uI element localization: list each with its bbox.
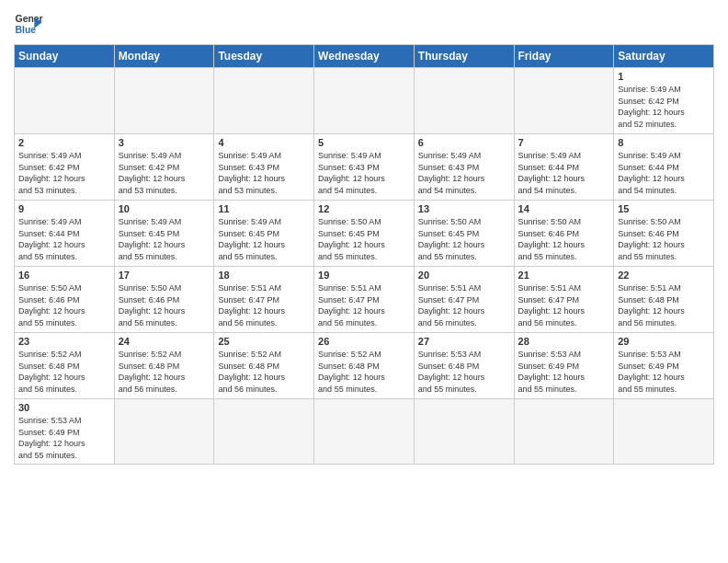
day-number: 20: [418, 270, 510, 281]
day-number: 18: [218, 270, 310, 281]
calendar-day-cell: [214, 399, 314, 465]
calendar-day-cell: 2Sunrise: 5:49 AM Sunset: 6:42 PM Daylig…: [15, 134, 115, 201]
calendar-day-cell: 3Sunrise: 5:49 AM Sunset: 6:42 PM Daylig…: [114, 134, 214, 201]
day-info: Sunrise: 5:50 AM Sunset: 6:46 PM Dayligh…: [618, 216, 710, 262]
weekday-header-friday: Friday: [514, 45, 614, 68]
calendar-day-cell: 11Sunrise: 5:49 AM Sunset: 6:45 PM Dayli…: [214, 201, 314, 267]
day-number: 19: [318, 270, 410, 281]
day-number: 10: [119, 203, 210, 214]
day-number: 11: [218, 203, 310, 214]
day-info: Sunrise: 5:49 AM Sunset: 6:43 PM Dayligh…: [418, 150, 510, 196]
calendar-day-cell: 22Sunrise: 5:51 AM Sunset: 6:48 PM Dayli…: [614, 267, 714, 333]
weekday-header-saturday: Saturday: [614, 45, 714, 68]
calendar-day-cell: 8Sunrise: 5:49 AM Sunset: 6:44 PM Daylig…: [614, 134, 714, 201]
calendar-day-cell: [214, 68, 314, 134]
calendar-day-cell: 24Sunrise: 5:52 AM Sunset: 6:48 PM Dayli…: [114, 333, 214, 399]
weekday-header-tuesday: Tuesday: [214, 45, 314, 68]
calendar-day-cell: [15, 68, 115, 134]
day-number: 16: [18, 270, 110, 281]
day-number: 22: [618, 270, 710, 281]
day-number: 26: [318, 336, 410, 347]
day-info: Sunrise: 5:51 AM Sunset: 6:47 PM Dayligh…: [318, 282, 410, 328]
day-info: Sunrise: 5:50 AM Sunset: 6:45 PM Dayligh…: [318, 216, 410, 262]
calendar-day-cell: 7Sunrise: 5:49 AM Sunset: 6:44 PM Daylig…: [514, 134, 614, 201]
day-number: 27: [418, 336, 510, 347]
weekday-header-wednesday: Wednesday: [314, 45, 415, 68]
calendar-week-row: 1Sunrise: 5:49 AM Sunset: 6:42 PM Daylig…: [15, 68, 714, 134]
calendar-day-cell: 25Sunrise: 5:52 AM Sunset: 6:48 PM Dayli…: [214, 333, 314, 399]
weekday-header-sunday: Sunday: [15, 45, 115, 68]
calendar-day-cell: 13Sunrise: 5:50 AM Sunset: 6:45 PM Dayli…: [414, 201, 514, 267]
weekday-header-thursday: Thursday: [414, 45, 514, 68]
day-info: Sunrise: 5:49 AM Sunset: 6:42 PM Dayligh…: [18, 150, 110, 196]
calendar-day-cell: [314, 68, 415, 134]
day-info: Sunrise: 5:49 AM Sunset: 6:45 PM Dayligh…: [119, 216, 210, 262]
calendar-day-cell: 17Sunrise: 5:50 AM Sunset: 6:46 PM Dayli…: [114, 267, 214, 333]
day-info: Sunrise: 5:51 AM Sunset: 6:47 PM Dayligh…: [518, 282, 610, 328]
page-header: General Blue: [14, 9, 714, 39]
logo: General Blue: [14, 9, 43, 39]
calendar-day-cell: [614, 399, 714, 465]
calendar-day-cell: 12Sunrise: 5:50 AM Sunset: 6:45 PM Dayli…: [314, 201, 415, 267]
day-info: Sunrise: 5:49 AM Sunset: 6:44 PM Dayligh…: [18, 216, 110, 262]
calendar-day-cell: 26Sunrise: 5:52 AM Sunset: 6:48 PM Dayli…: [314, 333, 415, 399]
calendar-day-cell: [114, 68, 214, 134]
day-info: Sunrise: 5:52 AM Sunset: 6:48 PM Dayligh…: [318, 349, 410, 395]
day-number: 30: [18, 402, 110, 413]
calendar-day-cell: 4Sunrise: 5:49 AM Sunset: 6:43 PM Daylig…: [214, 134, 314, 201]
calendar-day-cell: [314, 399, 415, 465]
day-info: Sunrise: 5:53 AM Sunset: 6:49 PM Dayligh…: [618, 349, 710, 395]
day-number: 24: [119, 336, 210, 347]
day-info: Sunrise: 5:50 AM Sunset: 6:46 PM Dayligh…: [518, 216, 610, 262]
calendar-day-cell: 5Sunrise: 5:49 AM Sunset: 6:43 PM Daylig…: [314, 134, 415, 201]
day-info: Sunrise: 5:49 AM Sunset: 6:42 PM Dayligh…: [119, 150, 210, 196]
day-number: 13: [418, 203, 510, 214]
day-number: 9: [18, 203, 110, 214]
calendar-day-cell: [414, 399, 514, 465]
day-number: 7: [518, 137, 610, 148]
day-info: Sunrise: 5:52 AM Sunset: 6:48 PM Dayligh…: [119, 349, 210, 395]
calendar-day-cell: 30Sunrise: 5:53 AM Sunset: 6:49 PM Dayli…: [15, 399, 115, 465]
day-info: Sunrise: 5:51 AM Sunset: 6:47 PM Dayligh…: [218, 282, 310, 328]
day-number: 6: [418, 137, 510, 148]
day-number: 12: [318, 203, 410, 214]
calendar-day-cell: 1Sunrise: 5:49 AM Sunset: 6:42 PM Daylig…: [614, 68, 714, 134]
day-number: 21: [518, 270, 610, 281]
day-info: Sunrise: 5:52 AM Sunset: 6:48 PM Dayligh…: [218, 349, 310, 395]
day-info: Sunrise: 5:53 AM Sunset: 6:48 PM Dayligh…: [418, 349, 510, 395]
calendar-day-cell: 6Sunrise: 5:49 AM Sunset: 6:43 PM Daylig…: [414, 134, 514, 201]
day-number: 1: [618, 71, 710, 82]
day-number: 29: [618, 336, 710, 347]
day-info: Sunrise: 5:49 AM Sunset: 6:42 PM Dayligh…: [618, 84, 710, 130]
calendar-day-cell: 21Sunrise: 5:51 AM Sunset: 6:47 PM Dayli…: [514, 267, 614, 333]
calendar-day-cell: 27Sunrise: 5:53 AM Sunset: 6:48 PM Dayli…: [414, 333, 514, 399]
day-number: 28: [518, 336, 610, 347]
calendar-day-cell: 14Sunrise: 5:50 AM Sunset: 6:46 PM Dayli…: [514, 201, 614, 267]
calendar-week-row: 9Sunrise: 5:49 AM Sunset: 6:44 PM Daylig…: [15, 201, 714, 267]
day-info: Sunrise: 5:49 AM Sunset: 6:44 PM Dayligh…: [618, 150, 710, 196]
calendar-day-cell: 29Sunrise: 5:53 AM Sunset: 6:49 PM Dayli…: [614, 333, 714, 399]
day-number: 14: [518, 203, 610, 214]
weekday-header-row: SundayMondayTuesdayWednesdayThursdayFrid…: [15, 45, 714, 68]
calendar-day-cell: [514, 68, 614, 134]
day-info: Sunrise: 5:49 AM Sunset: 6:45 PM Dayligh…: [218, 216, 310, 262]
calendar-day-cell: 20Sunrise: 5:51 AM Sunset: 6:47 PM Dayli…: [414, 267, 514, 333]
day-number: 8: [618, 137, 710, 148]
day-number: 23: [18, 336, 110, 347]
day-info: Sunrise: 5:50 AM Sunset: 6:46 PM Dayligh…: [18, 282, 110, 328]
calendar-day-cell: 9Sunrise: 5:49 AM Sunset: 6:44 PM Daylig…: [15, 201, 115, 267]
day-info: Sunrise: 5:52 AM Sunset: 6:48 PM Dayligh…: [18, 349, 110, 395]
calendar-day-cell: 18Sunrise: 5:51 AM Sunset: 6:47 PM Dayli…: [214, 267, 314, 333]
day-info: Sunrise: 5:49 AM Sunset: 6:43 PM Dayligh…: [218, 150, 310, 196]
day-info: Sunrise: 5:51 AM Sunset: 6:47 PM Dayligh…: [418, 282, 510, 328]
day-info: Sunrise: 5:53 AM Sunset: 6:49 PM Dayligh…: [18, 415, 110, 461]
calendar-day-cell: 15Sunrise: 5:50 AM Sunset: 6:46 PM Dayli…: [614, 201, 714, 267]
day-number: 25: [218, 336, 310, 347]
calendar-table: SundayMondayTuesdayWednesdayThursdayFrid…: [14, 44, 714, 465]
calendar-day-cell: [514, 399, 614, 465]
day-number: 2: [18, 137, 110, 148]
weekday-header-monday: Monday: [114, 45, 214, 68]
day-number: 17: [119, 270, 210, 281]
calendar-day-cell: 10Sunrise: 5:49 AM Sunset: 6:45 PM Dayli…: [114, 201, 214, 267]
day-number: 5: [318, 137, 410, 148]
